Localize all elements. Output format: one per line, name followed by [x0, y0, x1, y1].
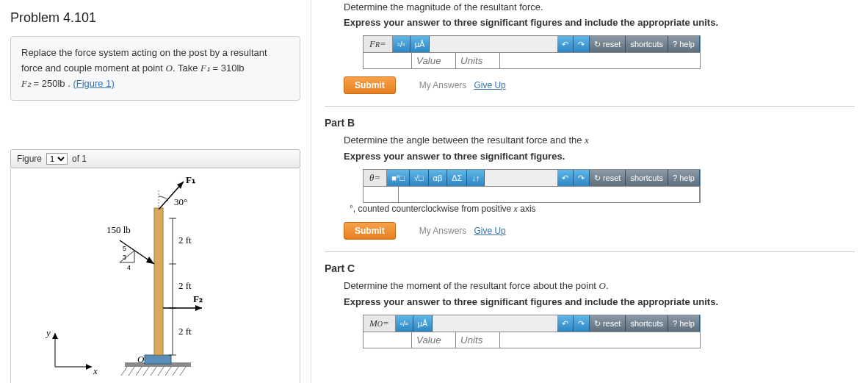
problem-statement: Replace the force system acting on the p…: [10, 36, 300, 101]
svg-text:2 ft: 2 ft: [178, 280, 192, 291]
undo-btn[interactable]: ↶: [557, 170, 574, 186]
diagram-svg: O 2 ft 2 ft 2 ft F₁ 30° F₂ 150 lb: [11, 168, 302, 383]
svg-rect-11: [154, 208, 163, 355]
parta-answer-box: FR = ▫/▫ µÅ ↶ ↷ ↻ reset shortcuts ? help: [363, 35, 701, 69]
svg-text:F₂: F₂: [193, 293, 203, 304]
svg-line-2: [129, 367, 134, 376]
svg-marker-30: [146, 257, 154, 264]
partb-var: θ =: [364, 170, 387, 186]
partc-instr: Express your answer to three significant…: [344, 296, 855, 307]
parta-var: FR =: [364, 36, 393, 52]
reset-btn[interactable]: ↻ reset: [590, 170, 626, 186]
undo-btn[interactable]: ↶: [557, 315, 574, 332]
svg-text:3: 3: [123, 254, 126, 261]
f1-var: F₁: [200, 62, 210, 74]
template-btn[interactable]: ■°□: [387, 170, 410, 186]
partb-giveup-link[interactable]: Give Up: [474, 226, 505, 236]
redo-btn[interactable]: ↷: [574, 315, 590, 332]
svg-text:4: 4: [127, 264, 131, 271]
svg-text:y: y: [45, 327, 51, 338]
partb-submit-button[interactable]: Submit: [344, 222, 396, 240]
partc-units-input[interactable]: [456, 332, 500, 348]
partb-value-input[interactable]: [399, 187, 700, 202]
svg-marker-32: [120, 251, 134, 262]
parta-value-input[interactable]: [412, 53, 456, 68]
redo-btn[interactable]: ↷: [574, 36, 590, 52]
shortcuts-btn[interactable]: shortcuts: [626, 36, 668, 52]
svg-line-5: [151, 367, 156, 376]
template-btn[interactable]: ▫/▫: [396, 315, 413, 332]
parta-units-input[interactable]: [456, 53, 500, 68]
partb-suffix: °, counted counterclockwise from positiv…: [350, 204, 536, 215]
svg-text:5: 5: [123, 245, 126, 252]
parta-giveup-link[interactable]: Give Up: [474, 80, 505, 90]
help-btn[interactable]: ? help: [668, 315, 700, 332]
partc-answer-box: MO = ▫/▫ µÅ ↶ ↷ ↻ reset shortcuts ? help: [363, 315, 701, 348]
svg-line-3: [136, 367, 142, 376]
arrows-btn[interactable]: ↓↑: [467, 170, 485, 186]
greek-btn[interactable]: αβ: [429, 170, 448, 186]
partb-instr: Express your answer to three significant…: [344, 151, 855, 162]
svg-text:150 lb: 150 lb: [106, 224, 131, 235]
point-o: O: [166, 62, 173, 74]
svg-marker-39: [52, 333, 58, 339]
svg-line-6: [158, 367, 164, 376]
parta-myanswers-link[interactable]: My Answers: [419, 80, 467, 90]
partb-answer-box: θ = ■°□ √□ αβ ΔΣ ↓↑ ↶ ↷ ↻ reset shortcut…: [363, 169, 701, 203]
svg-rect-10: [145, 355, 171, 364]
svg-line-4: [143, 367, 149, 376]
svg-line-8: [173, 367, 178, 376]
f1-val: = 310lb: [210, 62, 245, 74]
svg-text:F₁: F₁: [186, 174, 195, 185]
shortcuts-btn[interactable]: shortcuts: [626, 315, 668, 332]
svg-text:30°: 30°: [174, 196, 187, 207]
figure-canvas: O 2 ft 2 ft 2 ft F₁ 30° F₂ 150 lb: [10, 168, 300, 383]
units-greek-btn[interactable]: µÅ: [413, 315, 433, 332]
figure-link[interactable]: (Figure 1): [73, 78, 114, 89]
sigma-btn[interactable]: ΔΣ: [447, 170, 467, 186]
svg-text:2 ft: 2 ft: [178, 326, 192, 337]
template-btn[interactable]: ▫/▫: [393, 36, 411, 52]
svg-line-9: [180, 367, 186, 376]
svg-text:x: x: [93, 365, 98, 376]
redo-btn[interactable]: ↷: [574, 170, 590, 186]
help-btn[interactable]: ? help: [668, 36, 700, 52]
figure-select[interactable]: 1: [46, 153, 68, 165]
svg-text:2 ft: 2 ft: [178, 235, 192, 246]
f2-var: F₂: [21, 78, 31, 89]
partb-question: Determine the angle between the resultan…: [344, 135, 855, 146]
svg-text:O: O: [137, 354, 145, 365]
partc-value-input[interactable]: [412, 332, 456, 348]
shortcuts-btn[interactable]: shortcuts: [626, 170, 668, 186]
parta-submit-button[interactable]: Submit: [344, 76, 396, 94]
svg-line-1: [121, 367, 127, 376]
partc-question: Determine the moment of the resultant fo…: [344, 280, 855, 292]
partb-title: Part B: [325, 117, 855, 129]
parta-question: Determine the magnitude of the resultant…: [344, 1, 855, 12]
partb-myanswers-link[interactable]: My Answers: [419, 226, 467, 236]
partc-var: MO =: [364, 315, 396, 332]
figure-toolbar: Figure 1 of 1: [10, 149, 300, 168]
reset-btn[interactable]: ↻ reset: [590, 36, 626, 52]
figure-of: of 1: [72, 154, 87, 164]
svg-marker-37: [86, 364, 92, 370]
stmt-b: . Take: [173, 62, 200, 74]
undo-btn[interactable]: ↶: [557, 36, 574, 52]
svg-line-7: [165, 367, 171, 376]
svg-marker-27: [195, 305, 202, 311]
f2-val: = 250lb: [31, 78, 65, 89]
parta-instr: Express your answer to three significant…: [344, 17, 855, 28]
units-greek-btn[interactable]: µÅ: [411, 36, 430, 52]
reset-btn[interactable]: ↻ reset: [590, 315, 626, 332]
problem-title: Problem 4.101: [10, 10, 300, 26]
partc-title: Part C: [325, 262, 855, 274]
figure-label: Figure: [17, 154, 42, 164]
help-btn[interactable]: ? help: [668, 170, 700, 186]
sqrt-btn[interactable]: √□: [410, 170, 429, 186]
